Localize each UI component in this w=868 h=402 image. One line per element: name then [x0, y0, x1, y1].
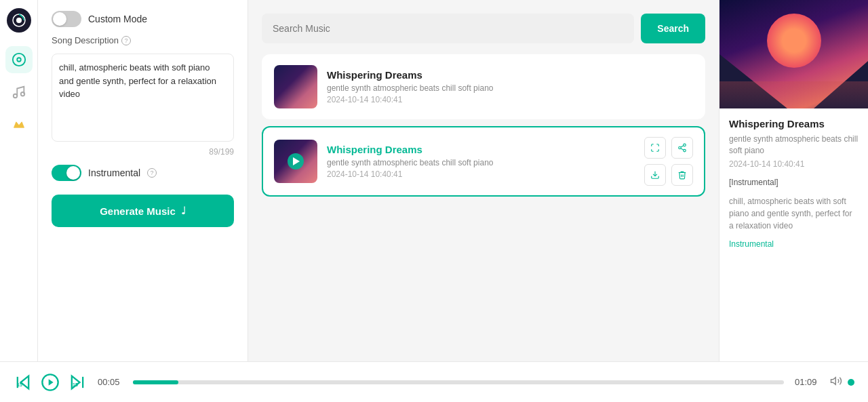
instrumental-toggle[interactable]	[52, 165, 81, 181]
right-info: Whispering Dreams gentle synth atmospher…	[719, 108, 868, 402]
svg-point-1	[16, 18, 22, 23]
song-card-2[interactable]: Whispering Dreams gentle synth atmospher…	[262, 126, 705, 197]
song-tags-2: gentle synth atmospheric beats chill sof…	[327, 158, 635, 167]
volume-icon[interactable]	[830, 375, 842, 390]
svg-line-12	[681, 146, 684, 147]
player-controls: 15 15	[14, 373, 87, 392]
right-panel-title: Whispering Dreams	[729, 118, 859, 129]
song-card-1[interactable]: Whispering Dreams gentle synth atmospher…	[262, 54, 705, 119]
action-row-top	[644, 137, 693, 159]
svg-marker-20	[831, 377, 836, 384]
svg-point-2	[12, 54, 24, 66]
custom-mode-label: Custom Mode	[88, 14, 147, 24]
instrumental-row: Instrumental ?	[52, 165, 234, 181]
share-button[interactable]	[671, 137, 693, 159]
svg-point-4	[13, 94, 17, 98]
current-time: 00:05	[98, 377, 122, 387]
song-thumb-img-1	[274, 65, 317, 108]
sidebar-music-icon[interactable]	[5, 46, 33, 73]
song-title-2: Whispering Dreams	[327, 144, 635, 155]
progress-bar[interactable]	[133, 380, 784, 384]
instrumental-label: Instrumental	[88, 167, 140, 178]
play-triangle-icon	[293, 157, 300, 165]
svg-line-11	[681, 148, 684, 150]
right-panel: Whispering Dreams gentle synth atmospher…	[719, 0, 868, 402]
song-thumbnail-2	[274, 140, 317, 183]
song-info-2: Whispering Dreams gentle synth atmospher…	[327, 144, 635, 179]
total-time: 01:09	[795, 377, 819, 387]
svg-point-3	[17, 58, 21, 62]
right-panel-date: 2024-10-14 10:40:41	[729, 159, 859, 169]
songs-list: Whispering Dreams gentle synth atmospher…	[262, 54, 705, 402]
main-content: Search Whispering Dreams gentle synth at…	[248, 0, 719, 402]
volume-section	[830, 375, 854, 390]
play-pause-button[interactable]	[41, 373, 60, 392]
progress-fill	[133, 380, 178, 384]
player-bar: 15 15 00:05 01:09	[0, 361, 868, 402]
search-button[interactable]: Search	[641, 14, 705, 43]
rewind-button[interactable]: 15	[14, 373, 33, 392]
forward-button[interactable]: 15	[68, 373, 87, 392]
right-panel-description: chill, atmospheric beats with soft piano…	[729, 195, 859, 232]
icon-sidebar	[0, 0, 38, 402]
action-row-bottom	[644, 164, 693, 186]
song-tags-1: gentle synth atmospheric beats chill sof…	[327, 83, 693, 93]
song-actions-2	[644, 137, 693, 186]
volume-dot[interactable]	[848, 379, 854, 386]
song-date-1: 2024-10-14 10:40:41	[327, 95, 693, 104]
description-textarea[interactable]: chill, atmospheric beats with soft piano…	[52, 54, 234, 142]
right-panel-tags: gentle synth atmospheric beats chill sof…	[729, 134, 859, 157]
download-button[interactable]	[644, 164, 666, 186]
song-description-label: Song Description ?	[52, 35, 234, 45]
play-overlay[interactable]	[288, 153, 304, 169]
description-help-icon[interactable]: ?	[121, 36, 131, 45]
water-reflection-graphic	[719, 81, 868, 108]
instrumental-help-icon[interactable]: ?	[147, 168, 157, 178]
left-panel: Custom Mode Song Description ? chill, at…	[38, 0, 248, 402]
song-title-1: Whispering Dreams	[327, 69, 693, 81]
song-description-section: Song Description ?	[52, 35, 234, 45]
svg-marker-6	[14, 122, 24, 127]
song-date-2: 2024-10-14 10:40:41	[327, 169, 635, 179]
expand-button[interactable]	[644, 137, 666, 159]
custom-mode-toggle[interactable]	[52, 11, 81, 27]
sidebar-crown-icon[interactable]	[5, 111, 33, 138]
char-count: 89/199	[52, 147, 234, 157]
generate-music-button[interactable]: Generate Music ♩	[52, 195, 234, 227]
right-panel-image	[719, 0, 868, 108]
search-input[interactable]	[262, 14, 634, 43]
generate-music-icon: ♩	[181, 205, 186, 217]
song-info-1: Whispering Dreams gentle synth atmospher…	[327, 69, 693, 104]
search-bar: Search	[262, 14, 705, 43]
song-thumbnail-1	[274, 65, 317, 108]
delete-button[interactable]	[671, 164, 693, 186]
app-logo	[7, 8, 31, 33]
custom-mode-row: Custom Mode	[52, 11, 234, 27]
svg-marker-17	[49, 379, 54, 385]
svg-point-9	[679, 146, 682, 149]
right-panel-badge: [Instrumental]	[729, 178, 778, 187]
right-instrumental-tag[interactable]: Instrumental	[729, 239, 774, 249]
svg-point-5	[20, 92, 24, 96]
sidebar-vinyl-icon[interactable]	[5, 79, 33, 106]
svg-point-8	[684, 144, 686, 146]
svg-point-10	[684, 149, 686, 152]
generate-music-label: Generate Music	[100, 205, 176, 217]
